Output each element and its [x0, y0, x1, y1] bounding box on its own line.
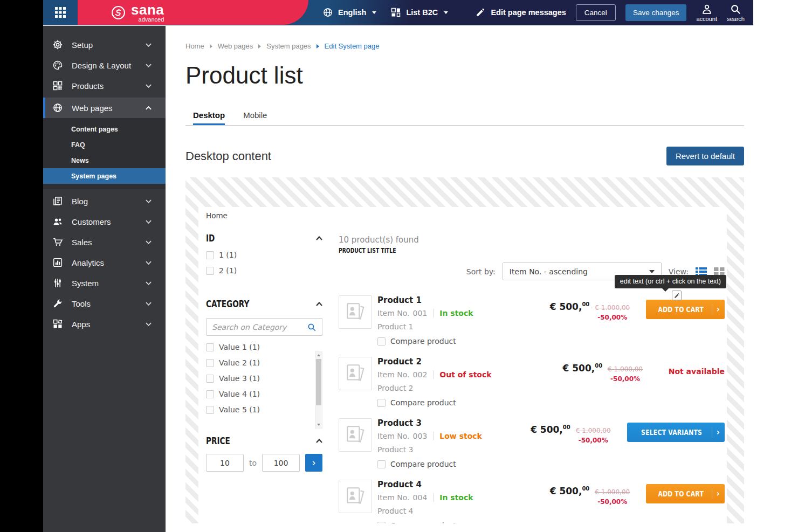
save-changes-button[interactable]: Save changes — [625, 4, 687, 21]
sidebar-item-setup[interactable]: Setup — [43, 34, 166, 55]
price-side: € 1.000,00 -50,00% — [595, 486, 630, 523]
scrollbar[interactable] — [315, 351, 322, 429]
search-button[interactable]: search — [727, 3, 745, 22]
app-launcher-button[interactable] — [43, 0, 78, 25]
product-description: Product 3 — [377, 445, 523, 454]
old-price: € 1.000,00 — [576, 427, 611, 434]
chevron-up-icon[interactable] — [316, 302, 322, 306]
checkbox[interactable] — [206, 375, 214, 383]
chevron-down-icon — [146, 261, 152, 265]
sidebar-item-faq[interactable]: FAQ — [43, 137, 166, 153]
sidebar-item-system-pages[interactable]: System pages — [43, 168, 166, 184]
price-side: € 1.000,00 -50,00% — [595, 301, 630, 346]
sidebar-item-web-pages[interactable]: Web pages — [43, 98, 166, 118]
account-button[interactable]: account — [696, 3, 717, 22]
language-selector[interactable]: English — [322, 7, 376, 18]
triangle-down — [317, 424, 320, 426]
breadcrumb-item-web-pages[interactable]: Web pages — [218, 42, 253, 50]
sidebar-item-label: System — [72, 279, 146, 288]
home-link[interactable]: Home — [206, 211, 238, 220]
product-name[interactable]: Product 3 — [377, 418, 523, 428]
item-no-value: 002 — [413, 370, 428, 379]
compare-checkbox[interactable] — [377, 399, 386, 407]
discount-percentage: -50,00% — [595, 498, 630, 506]
tab-mobile[interactable]: Mobile — [243, 110, 267, 125]
breadcrumb-item-home[interactable]: Home — [185, 42, 204, 50]
sidebar-item-blog[interactable]: Blog — [43, 191, 166, 211]
sidebar-item-content-pages[interactable]: Content pages — [43, 121, 166, 137]
sidebar-item-customers[interactable]: Customers — [43, 211, 166, 232]
scroll-up-icon[interactable] — [315, 352, 322, 358]
compare-checkbox[interactable] — [377, 337, 386, 346]
checkbox[interactable] — [206, 359, 214, 367]
sidebar-item-products[interactable]: Products — [43, 75, 166, 96]
account-label: account — [696, 16, 717, 22]
sidebar-item-apps[interactable]: Apps — [43, 314, 166, 334]
filter-price-title: PRICE — [206, 436, 230, 446]
product-list-title[interactable]: PRODUCT LIST TITLE — [339, 247, 396, 254]
apply-price-button[interactable]: › — [305, 454, 322, 472]
product-thumbnail[interactable] — [339, 418, 372, 452]
chevron-right-icon: › — [717, 489, 720, 499]
chevron-up-icon[interactable] — [316, 439, 322, 443]
product-thumbnail[interactable] — [339, 357, 372, 390]
price-min-input[interactable] — [206, 454, 244, 472]
button-label: ADD TO CART — [658, 489, 704, 498]
compare-row: Compare product — [377, 521, 523, 523]
edit-page-messages-button[interactable]: Edit page messages — [476, 8, 566, 17]
compare-checkbox[interactable] — [377, 460, 386, 468]
filter-id-options: 1 (1) 2 (1) — [206, 251, 322, 275]
edit-text-button[interactable] — [672, 291, 682, 300]
old-price: € 1.000,00 — [608, 365, 643, 373]
cancel-button[interactable]: Cancel — [576, 4, 616, 21]
sidebar-item-system[interactable]: System — [43, 273, 166, 293]
product-name[interactable]: Product 4 — [377, 480, 523, 489]
sidebar-item-tools[interactable]: Tools — [43, 293, 166, 314]
checkbox[interactable] — [206, 251, 214, 259]
checkbox[interactable] — [206, 390, 214, 398]
product-thumbnail[interactable] — [339, 480, 372, 513]
product-info: Product 1 Item No. 001 In stock Product … — [377, 295, 523, 346]
product-name[interactable]: Product 1 — [377, 295, 523, 305]
stock-status: In stock — [439, 493, 473, 502]
sidebar-item-design-layout[interactable]: Design & Layout — [43, 55, 166, 75]
breadcrumb-current: Edit System page — [325, 42, 380, 50]
add-to-cart-button[interactable]: ADD TO CART› — [646, 300, 725, 319]
scroll-down-icon[interactable] — [315, 422, 322, 428]
pencil-icon — [476, 8, 485, 17]
sliders-icon — [52, 278, 65, 288]
checkbox[interactable] — [206, 343, 214, 351]
divider — [433, 432, 434, 440]
item-no-label: Item No. — [377, 309, 410, 317]
scrollbar-thumb[interactable] — [316, 359, 321, 405]
sidebar-item-news[interactable]: News — [43, 153, 166, 168]
search-icon[interactable] — [307, 322, 317, 332]
revert-to-default-button[interactable]: Revert to default — [666, 147, 744, 165]
tab-desktop[interactable]: Desktop — [193, 110, 225, 125]
product-action: Not available — [659, 361, 725, 407]
compare-checkbox[interactable] — [377, 522, 386, 524]
filter-option-label: Value 2 (1) — [219, 358, 260, 367]
add-to-cart-button[interactable]: ADD TO CART› — [646, 484, 725, 503]
price-max-input[interactable] — [262, 454, 300, 472]
filter-option: Value 1 (1) — [206, 343, 311, 351]
chevron-up-icon[interactable] — [316, 236, 322, 240]
checkbox[interactable] — [206, 406, 214, 414]
filter-option-label: Value 4 (1) — [219, 390, 260, 398]
results-count: 10 product(s) found — [339, 235, 725, 245]
checkbox[interactable] — [206, 267, 214, 275]
product-name[interactable]: Product 2 — [377, 357, 523, 367]
workspace-selector[interactable]: List B2C — [390, 7, 448, 18]
sidebar-item-sales[interactable]: Sales — [43, 232, 166, 252]
product-thumbnail[interactable] — [339, 295, 372, 329]
sidebar-item-analytics[interactable]: Analytics — [43, 252, 166, 273]
sidebar-item-label: Customers — [72, 217, 146, 226]
category-search-input[interactable] — [212, 323, 307, 331]
price-to-label: to — [249, 459, 257, 467]
button-divider — [712, 304, 712, 315]
sana-logo[interactable]: sana advanced — [78, 0, 308, 25]
breadcrumb-item-system-pages[interactable]: System pages — [266, 42, 311, 50]
sidebar-group-web-pages: Web pages Content pagesFAQNewsSystem pag… — [43, 98, 166, 189]
breadcrumb: HomeWeb pagesSystem pagesEdit System pag… — [185, 42, 753, 50]
select-variants-button[interactable]: SELECT VARIANTS› — [627, 423, 725, 442]
